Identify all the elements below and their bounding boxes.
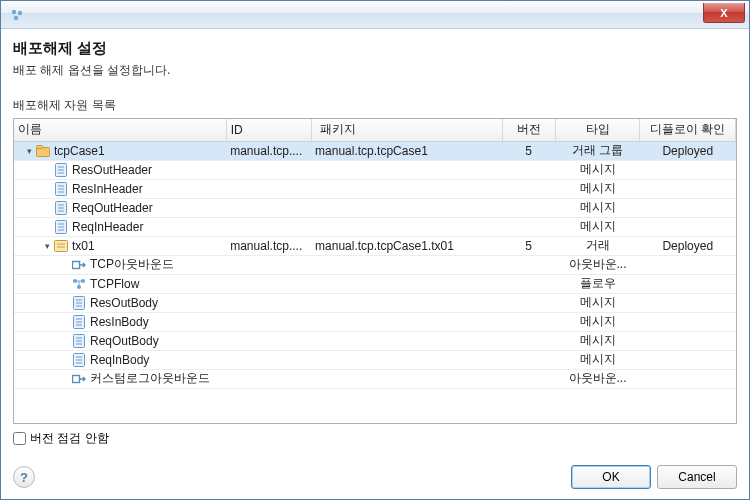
msg-icon — [54, 182, 68, 196]
row-version: 5 — [502, 141, 555, 160]
row-version — [502, 179, 555, 198]
help-button[interactable]: ? — [13, 466, 35, 488]
table-row[interactable]: ReqInHeader메시지 — [14, 217, 736, 236]
row-version — [502, 198, 555, 217]
table-row[interactable]: ReqOutHeader메시지 — [14, 198, 736, 217]
col-header-name[interactable]: 이름 — [14, 119, 226, 141]
row-id — [226, 350, 311, 369]
expander-placeholder — [60, 317, 70, 327]
msg-icon — [72, 315, 86, 329]
table-row[interactable]: ResOutHeader메시지 — [14, 160, 736, 179]
version-check-row: 버전 점검 안함 — [13, 430, 737, 447]
row-package — [311, 369, 502, 388]
row-type: 메시지 — [555, 198, 640, 217]
row-name: ReqInBody — [90, 353, 149, 367]
expander-placeholder — [60, 374, 70, 384]
row-version — [502, 293, 555, 312]
row-deploy — [640, 217, 736, 236]
row-type: 메시지 — [555, 160, 640, 179]
row-version — [502, 255, 555, 274]
col-header-id[interactable]: ID — [226, 119, 311, 141]
table-row[interactable]: ResInHeader메시지 — [14, 179, 736, 198]
table-scroll[interactable]: 이름 ID 패키지 버전 타입 디플로이 확인 ▾tcpCase1manual.… — [14, 119, 736, 423]
col-header-type[interactable]: 타입 — [555, 119, 640, 141]
titlebar: X — [1, 1, 749, 29]
svg-rect-46 — [73, 375, 80, 382]
table-row[interactable]: ▾tcpCase1manual.tcp....manual.tcp.tcpCas… — [14, 141, 736, 160]
row-type: 메시지 — [555, 179, 640, 198]
close-icon: X — [720, 7, 727, 19]
cancel-button[interactable]: Cancel — [657, 465, 737, 489]
row-deploy: Deployed — [640, 236, 736, 255]
row-type: 메시지 — [555, 312, 640, 331]
row-name: ReqOutBody — [90, 334, 159, 348]
svg-rect-24 — [73, 261, 80, 268]
row-deploy — [640, 160, 736, 179]
expander-placeholder — [42, 222, 52, 232]
dialog-content: 배포해제 설정 배포 해제 옵션을 설정합니다. 배포해제 자원 목록 이름 I… — [1, 29, 749, 499]
row-package — [311, 331, 502, 350]
row-type: 아웃바운... — [555, 369, 640, 388]
row-id — [226, 255, 311, 274]
row-id — [226, 274, 311, 293]
row-deploy — [640, 331, 736, 350]
row-type: 메시지 — [555, 350, 640, 369]
row-name: ResOutHeader — [72, 163, 152, 177]
row-version: 5 — [502, 236, 555, 255]
row-id — [226, 198, 311, 217]
row-name: ResInHeader — [72, 182, 143, 196]
svg-point-0 — [12, 9, 16, 13]
expander-placeholder — [60, 336, 70, 346]
col-header-version[interactable]: 버전 — [502, 119, 555, 141]
ok-button[interactable]: OK — [571, 465, 651, 489]
table-row[interactable]: TCP아웃바운드아웃바운... — [14, 255, 736, 274]
row-deploy — [640, 179, 736, 198]
msg-icon — [72, 334, 86, 348]
row-id — [226, 217, 311, 236]
row-package — [311, 160, 502, 179]
expander-icon[interactable]: ▾ — [24, 146, 34, 156]
page-description: 배포 해제 옵션을 설정합니다. — [13, 62, 737, 79]
table-row[interactable]: ResInBody메시지 — [14, 312, 736, 331]
dialog-footer: ? OK Cancel — [13, 465, 737, 489]
skip-version-check-checkbox[interactable] — [13, 432, 26, 445]
row-deploy — [640, 198, 736, 217]
row-name: tcpCase1 — [54, 144, 105, 158]
col-header-package[interactable]: 패키지 — [311, 119, 502, 141]
table-row[interactable]: ▾tx01manual.tcp....manual.tcp.tcpCase1.t… — [14, 236, 736, 255]
row-package — [311, 350, 502, 369]
row-deploy — [640, 350, 736, 369]
msg-icon — [72, 296, 86, 310]
row-name: ResInBody — [90, 315, 149, 329]
table-row[interactable]: ReqOutBody메시지 — [14, 331, 736, 350]
row-id: manual.tcp.... — [226, 141, 311, 160]
row-package — [311, 274, 502, 293]
row-package — [311, 179, 502, 198]
table-row[interactable]: 커스텀로그아웃바운드아웃바운... — [14, 369, 736, 388]
row-id — [226, 369, 311, 388]
row-package — [311, 293, 502, 312]
row-type: 메시지 — [555, 217, 640, 236]
table-row[interactable]: ReqInBody메시지 — [14, 350, 736, 369]
msg-icon — [72, 353, 86, 367]
svg-rect-21 — [55, 240, 68, 251]
row-type: 거래 — [555, 236, 640, 255]
row-deploy — [640, 293, 736, 312]
row-id — [226, 331, 311, 350]
table-row[interactable]: TCPFlow플로우 — [14, 274, 736, 293]
expander-placeholder — [60, 355, 70, 365]
expander-placeholder — [60, 279, 70, 289]
row-type: 메시지 — [555, 331, 640, 350]
expander-placeholder — [42, 165, 52, 175]
app-icon — [9, 7, 25, 23]
expander-icon[interactable]: ▾ — [42, 241, 52, 251]
tx-icon — [54, 239, 68, 253]
table-row[interactable]: ResOutBody메시지 — [14, 293, 736, 312]
flow-icon — [72, 277, 86, 291]
col-header-deploy[interactable]: 디플로이 확인 — [640, 119, 736, 141]
close-button[interactable]: X — [703, 3, 745, 23]
row-deploy — [640, 255, 736, 274]
row-type: 플로우 — [555, 274, 640, 293]
row-version — [502, 217, 555, 236]
row-package — [311, 217, 502, 236]
